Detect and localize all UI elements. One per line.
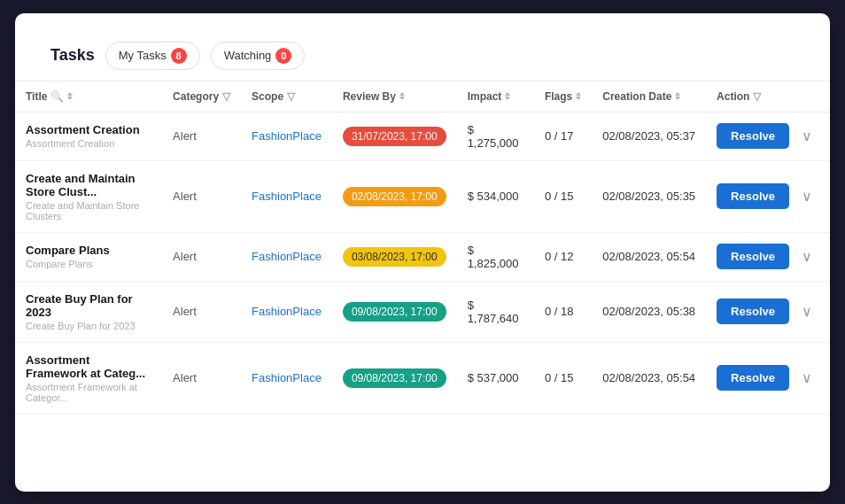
impact-value-2: $ 1,825,000 xyxy=(468,244,519,270)
tab-watching-label: Watching xyxy=(224,49,272,62)
cell-title-2: Compare Plans Compare Plans xyxy=(15,232,162,281)
cell-action-4: Resolve ∨ xyxy=(706,342,830,414)
task-title-1: Create and Maintain Store Clust... xyxy=(26,172,151,198)
cell-creation-date-4: 02/08/2023, 05:54 xyxy=(592,342,706,414)
action-cell-0: Resolve ∨ xyxy=(717,123,819,149)
scope-filter-icon[interactable]: ▽ xyxy=(287,90,295,103)
task-subtitle-4: Assortment Framework at Categor... xyxy=(26,382,151,403)
resolve-button-1[interactable]: Resolve xyxy=(717,183,789,209)
review-date-badge-3: 09/08/2023, 17:00 xyxy=(343,302,446,322)
creation-sort-icon[interactable] xyxy=(675,92,680,100)
page-title: Tasks xyxy=(50,46,95,65)
cell-review-by-3: 09/08/2023, 17:00 xyxy=(332,281,457,342)
table-container: Title 🔍 Category ▽ xyxy=(15,81,830,492)
cell-category-3: Alert xyxy=(162,281,241,342)
table-row: Assortment Framework at Categ... Assortm… xyxy=(15,342,830,414)
main-window: Tasks My Tasks 8 Watching 0 Title 🔍 xyxy=(15,13,830,492)
cell-scope-0: FashionPlace xyxy=(241,112,332,160)
resolve-button-4[interactable]: Resolve xyxy=(717,365,789,391)
tab-watching-badge: 0 xyxy=(275,48,291,64)
cell-creation-date-0: 02/08/2023, 05:37 xyxy=(592,112,706,160)
expand-button-4[interactable]: ∨ xyxy=(795,366,819,390)
review-date-badge-4: 09/08/2023, 17:00 xyxy=(343,368,446,388)
cell-title-0: Assortment Creation Assortment Creation xyxy=(15,112,162,160)
col-title: Title 🔍 xyxy=(15,81,162,112)
category-value-1: Alert xyxy=(173,190,197,203)
category-value-3: Alert xyxy=(173,305,197,318)
cell-scope-4: FashionPlace xyxy=(241,342,332,414)
action-cell-3: Resolve ∨ xyxy=(717,299,819,324)
expand-button-3[interactable]: ∨ xyxy=(795,299,819,323)
flags-sort-icon[interactable] xyxy=(576,92,581,100)
category-filter-icon[interactable]: ▽ xyxy=(222,90,230,103)
creation-date-value-1: 02/08/2023, 05:35 xyxy=(602,190,695,203)
cell-title-3: Create Buy Plan for 2023 Create Buy Plan… xyxy=(15,281,162,342)
creation-date-value-2: 02/08/2023, 05:54 xyxy=(602,250,695,263)
col-review-by: Review By xyxy=(332,81,457,112)
flags-value-4: 0 / 15 xyxy=(545,371,574,384)
cell-scope-2: FashionPlace xyxy=(241,232,332,281)
table-header-row: Title 🔍 Category ▽ xyxy=(15,81,830,112)
resolve-button-2[interactable]: Resolve xyxy=(717,244,789,269)
scope-link-2[interactable]: FashionPlace xyxy=(252,250,322,263)
creation-date-value-4: 02/08/2023, 05:54 xyxy=(602,371,695,384)
table-row: Compare Plans Compare Plans Alert Fashio… xyxy=(15,232,830,281)
resolve-button-3[interactable]: Resolve xyxy=(717,299,789,324)
task-subtitle-1: Create and Maintain Store Clusters xyxy=(26,200,151,221)
task-title-3: Create Buy Plan for 2023 xyxy=(26,292,151,319)
tab-watching[interactable]: Watching 0 xyxy=(211,42,306,70)
review-sort-icon[interactable] xyxy=(399,92,405,100)
cell-action-0: Resolve ∨ xyxy=(706,112,830,160)
cell-creation-date-1: 02/08/2023, 05:35 xyxy=(592,160,706,232)
title-sort-icon[interactable] xyxy=(67,92,73,100)
tasks-table: Title 🔍 Category ▽ xyxy=(15,81,830,415)
action-cell-1: Resolve ∨ xyxy=(717,183,819,209)
action-cell-4: Resolve ∨ xyxy=(717,365,819,391)
task-title-2: Compare Plans xyxy=(26,244,151,257)
col-category: Category ▽ xyxy=(162,81,241,112)
title-search-icon[interactable]: 🔍 xyxy=(50,90,64,103)
resolve-button-0[interactable]: Resolve xyxy=(717,123,789,149)
task-subtitle-3: Create Buy Plan for 2023 xyxy=(26,321,151,331)
col-action: Action ▽ xyxy=(706,81,830,112)
action-filter-icon[interactable]: ▽ xyxy=(753,90,761,103)
category-value-0: Alert xyxy=(173,129,197,143)
task-title-4: Assortment Framework at Categ... xyxy=(26,353,151,380)
col-impact: Impact xyxy=(457,81,534,112)
scope-link-3[interactable]: FashionPlace xyxy=(252,305,322,318)
scope-link-1[interactable]: FashionPlace xyxy=(252,190,322,203)
cell-title-1: Create and Maintain Store Clust... Creat… xyxy=(15,160,162,232)
cell-action-3: Resolve ∨ xyxy=(706,281,830,342)
category-value-4: Alert xyxy=(173,371,197,384)
cell-flags-2: 0 / 12 xyxy=(534,232,592,281)
expand-button-1[interactable]: ∨ xyxy=(795,184,819,208)
expand-button-2[interactable]: ∨ xyxy=(795,244,819,268)
cell-review-by-0: 31/07/2023, 17:00 xyxy=(332,112,457,160)
impact-sort-icon[interactable] xyxy=(505,92,510,100)
impact-value-4: $ 537,000 xyxy=(468,371,519,384)
tab-my-tasks[interactable]: My Tasks 8 xyxy=(105,42,200,70)
cell-flags-4: 0 / 15 xyxy=(534,342,592,414)
cell-review-by-1: 02/08/2023, 17:00 xyxy=(332,160,457,232)
cell-creation-date-2: 02/08/2023, 05:54 xyxy=(592,232,706,281)
cell-review-by-2: 03/08/2023, 17:00 xyxy=(332,232,457,281)
flags-value-2: 0 / 12 xyxy=(545,250,574,263)
cell-action-2: Resolve ∨ xyxy=(706,232,830,281)
col-creation-date: Creation Date xyxy=(592,81,706,112)
impact-value-0: $ 1,275,000 xyxy=(468,123,519,150)
tab-my-tasks-label: My Tasks xyxy=(119,49,167,62)
col-scope: Scope ▽ xyxy=(241,81,332,112)
expand-button-0[interactable]: ∨ xyxy=(795,124,819,148)
cell-flags-3: 0 / 18 xyxy=(534,281,592,342)
scope-link-0[interactable]: FashionPlace xyxy=(252,129,322,143)
impact-value-1: $ 534,000 xyxy=(468,190,519,203)
tab-my-tasks-badge: 8 xyxy=(171,48,187,64)
cell-flags-0: 0 / 17 xyxy=(534,112,592,160)
table-row: Create Buy Plan for 2023 Create Buy Plan… xyxy=(15,281,830,342)
table-row: Assortment Creation Assortment Creation … xyxy=(15,112,830,160)
cell-scope-1: FashionPlace xyxy=(241,160,332,232)
cell-impact-3: $ 1,787,640 xyxy=(457,281,534,342)
action-cell-2: Resolve ∨ xyxy=(717,244,819,269)
scope-link-4[interactable]: FashionPlace xyxy=(252,371,322,384)
cell-scope-3: FashionPlace xyxy=(241,281,332,342)
